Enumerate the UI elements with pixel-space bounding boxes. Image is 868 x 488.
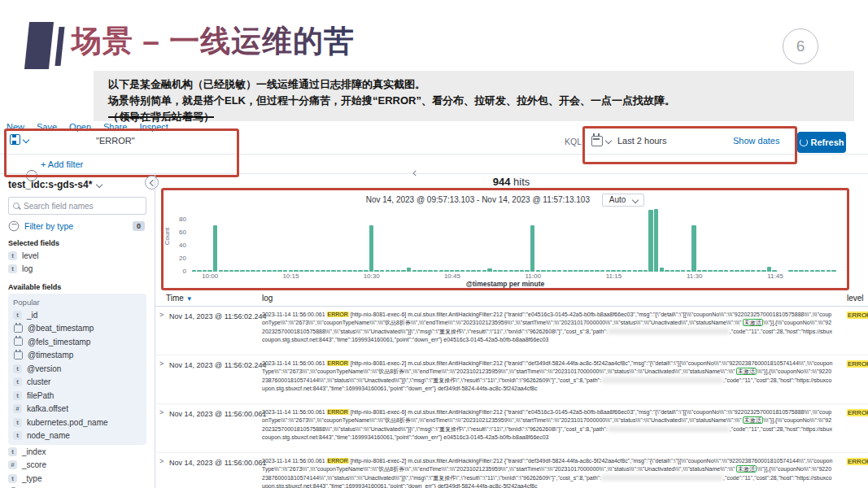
histogram-bar[interactable] xyxy=(713,270,718,272)
histogram-bar[interactable] xyxy=(331,270,335,272)
histogram-bar[interactable] xyxy=(460,270,465,272)
histogram-bar[interactable] xyxy=(428,270,432,272)
chevron-down-icon[interactable] xyxy=(96,181,103,188)
histogram-bar[interactable] xyxy=(304,270,308,272)
refresh-button[interactable]: Refresh xyxy=(797,132,846,153)
histogram-bar[interactable] xyxy=(219,270,223,272)
histogram-bar[interactable] xyxy=(600,270,604,272)
histogram-bar[interactable] xyxy=(207,270,212,272)
histogram-bar[interactable] xyxy=(321,270,325,272)
histogram-bar[interactable] xyxy=(821,270,825,272)
histogram-bar[interactable] xyxy=(417,270,421,272)
histogram-bar[interactable] xyxy=(342,270,347,272)
histogram-bar[interactable] xyxy=(799,270,803,272)
histogram-bar[interactable] xyxy=(767,267,771,272)
histogram-bar[interactable] xyxy=(757,270,761,272)
histogram-bar[interactable] xyxy=(407,268,411,272)
histogram-bar[interactable] xyxy=(552,270,556,272)
histogram-bar[interactable] xyxy=(353,270,357,272)
histogram-bar[interactable] xyxy=(665,270,669,272)
menu-item-open[interactable]: Open xyxy=(69,122,91,132)
histogram-bar[interactable] xyxy=(735,270,739,272)
histogram-bar[interactable] xyxy=(563,270,567,272)
field-search-input[interactable]: Search field names xyxy=(8,197,146,215)
menu-item-new[interactable]: New xyxy=(7,122,24,132)
histogram-bar[interactable] xyxy=(487,268,491,272)
histogram-bar[interactable] xyxy=(347,270,351,272)
histogram-bar[interactable] xyxy=(310,270,314,272)
histogram-bar[interactable] xyxy=(788,270,792,272)
histogram-bar[interactable] xyxy=(638,270,642,272)
histogram-bar[interactable] xyxy=(203,270,207,272)
histogram-bar[interactable] xyxy=(606,270,610,272)
histogram-bar[interactable] xyxy=(283,270,287,272)
histogram-bar[interactable] xyxy=(660,268,664,272)
histogram-bar[interactable] xyxy=(622,270,626,272)
histogram-bar[interactable] xyxy=(444,270,448,272)
field-item-_id[interactable]: t_id xyxy=(13,308,143,322)
histogram-bar[interactable] xyxy=(364,270,368,272)
histogram-bar[interactable] xyxy=(267,270,271,272)
expand-row-icon[interactable]: > xyxy=(159,311,164,319)
histogram-bar[interactable] xyxy=(262,270,266,272)
histogram-bar[interactable] xyxy=(386,270,390,272)
field-item-level[interactable]: tlevel xyxy=(8,249,155,263)
kql-label[interactable]: KQL xyxy=(565,137,582,146)
histogram-bar[interactable] xyxy=(530,225,534,272)
histogram-bar[interactable] xyxy=(369,225,373,272)
histogram-bar[interactable] xyxy=(525,270,529,272)
histogram-bar[interactable] xyxy=(751,270,755,272)
expand-row-icon[interactable]: > xyxy=(159,408,164,416)
field-item-consumer_ip[interactable]: consumer_ip xyxy=(8,486,155,488)
calendar-icon[interactable] xyxy=(591,136,603,146)
histogram-bar[interactable] xyxy=(815,270,819,272)
histogram-bar[interactable] xyxy=(718,270,722,272)
histogram-bar[interactable] xyxy=(256,270,260,272)
histogram-bar[interactable] xyxy=(439,270,443,272)
chevron-down-icon[interactable] xyxy=(605,137,612,144)
expand-row-icon[interactable]: > xyxy=(159,457,164,465)
histogram-bar[interactable] xyxy=(761,270,765,272)
field-item-_index[interactable]: t_index xyxy=(8,445,155,459)
field-item-cluster[interactable]: tcluster xyxy=(13,376,143,390)
interval-select[interactable]: Auto xyxy=(602,194,645,207)
histogram-bar[interactable] xyxy=(396,270,400,272)
field-item-@version[interactable]: t@version xyxy=(13,362,143,376)
histogram-bar[interactable] xyxy=(831,270,835,272)
histogram-bar[interactable] xyxy=(477,270,481,272)
histogram-bar[interactable] xyxy=(536,270,540,272)
index-pattern-selector[interactable]: test_idc:s-gds-s4* xyxy=(8,179,92,190)
histogram-bar[interactable] xyxy=(390,270,395,272)
histogram-bar[interactable] xyxy=(509,270,513,272)
histogram-bar[interactable] xyxy=(482,270,486,272)
histogram-bar[interactable] xyxy=(702,270,706,272)
histogram-bar[interactable] xyxy=(724,270,728,272)
histogram-bar[interactable] xyxy=(471,270,475,272)
histogram-bar[interactable] xyxy=(450,270,454,272)
histogram-bar[interactable] xyxy=(316,270,320,272)
histogram-bar[interactable] xyxy=(455,270,459,272)
histogram-bar[interactable] xyxy=(498,270,502,272)
histogram-bar[interactable] xyxy=(374,270,378,272)
histogram-bar[interactable] xyxy=(611,270,615,272)
histogram-bar[interactable] xyxy=(584,270,588,272)
show-dates-button[interactable]: Show dates xyxy=(733,136,779,146)
histogram-bar[interactable] xyxy=(337,270,341,272)
menu-item-share[interactable]: Share xyxy=(103,122,127,132)
histogram-bar[interactable] xyxy=(568,270,572,272)
histogram-bar[interactable] xyxy=(434,270,438,272)
histogram-bar[interactable] xyxy=(547,270,551,272)
histogram-bar[interactable] xyxy=(578,270,582,272)
histogram-bar[interactable] xyxy=(289,270,293,272)
histogram-bar[interactable] xyxy=(648,210,652,272)
saved-query-icon[interactable] xyxy=(10,134,20,145)
histogram-bar[interactable] xyxy=(401,270,405,272)
field-item-@beat_timestamp[interactable]: @beat_timestamp xyxy=(13,322,143,336)
histogram-bar[interactable] xyxy=(326,270,330,272)
expand-row-icon[interactable]: > xyxy=(159,359,164,368)
column-header-time[interactable]: Time ▼ xyxy=(166,294,193,303)
field-item-kubernetes.pod_name[interactable]: tkubernetes.pod_name xyxy=(13,416,143,429)
menu-item-inspect[interactable]: Inspect xyxy=(139,122,168,132)
histogram-bar[interactable] xyxy=(772,270,776,272)
field-item-_type[interactable]: t_type xyxy=(8,472,155,486)
